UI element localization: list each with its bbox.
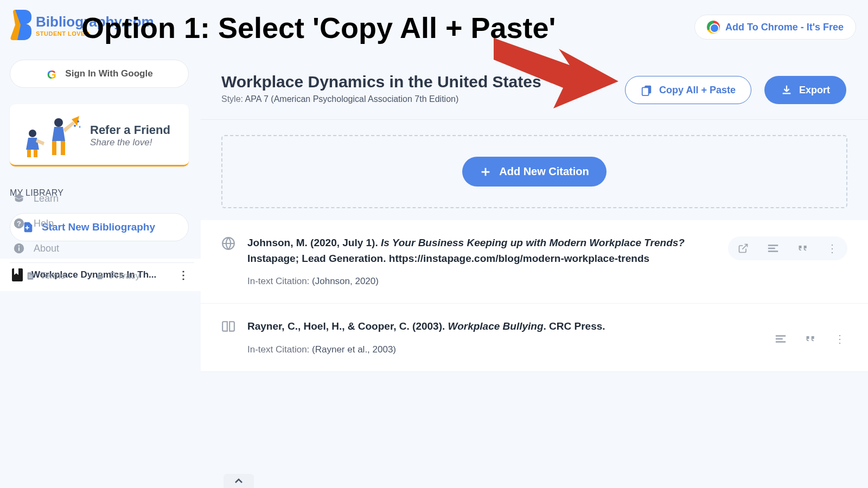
citation-text: Rayner, C., Hoel, H., & Cooper, C. (2003… [247, 319, 761, 335]
citation-actions: ⋮ [728, 236, 847, 260]
nav-help-label: Help [34, 218, 54, 229]
main-content: Workplace Dynamics in the United States … [201, 60, 868, 488]
chevron-up-icon [234, 478, 243, 484]
svg-point-4 [77, 120, 79, 123]
nav-learn[interactable]: Learn [10, 186, 189, 211]
svg-rect-8 [34, 150, 37, 157]
refer-title: Refer a Friend [90, 123, 178, 137]
add-new-citation-button[interactable]: Add New Citation [462, 157, 607, 187]
citation-actions: ⋮ [773, 323, 847, 355]
footer-terms[interactable]: Terms [26, 271, 65, 281]
footer-terms-label: Terms [40, 271, 65, 281]
copy-icon [641, 84, 653, 96]
copy-label: Copy All + Paste [659, 85, 736, 96]
instruction-arrow-icon [494, 38, 618, 111]
more-vert-icon: ⋮ [834, 332, 845, 345]
expand-panel-tab[interactable] [224, 474, 254, 488]
nav-help[interactable]: ? Help [10, 211, 189, 236]
notes-button[interactable] [773, 331, 789, 346]
style-value: APA 7 (American Psychological Associatio… [245, 94, 459, 104]
footer-privacy[interactable]: Privacy [95, 271, 140, 281]
learn-icon [13, 192, 25, 204]
instruction-overlay-text: Option 1: Select 'Copy All + Paste' [81, 11, 556, 44]
chrome-cta-label: Add To Chrome - It's Free [725, 22, 844, 33]
sidebar-footer-links: Terms Privacy [10, 262, 194, 289]
svg-point-6 [29, 130, 36, 137]
svg-point-3 [74, 125, 76, 127]
open-link-button[interactable] [736, 241, 751, 256]
logo-mark-icon [10, 10, 31, 40]
nav-learn-label: Learn [34, 193, 59, 204]
more-button[interactable]: ⋮ [832, 330, 847, 348]
intext-label: In-text Citation: [247, 276, 309, 286]
citation-item: Johnson, M. (2020, July 1). Is Your Busi… [201, 220, 868, 304]
globe-icon [221, 236, 235, 287]
external-link-icon [738, 243, 749, 254]
quote-button[interactable] [803, 331, 818, 346]
refer-subtitle: Share the love! [90, 137, 178, 148]
svg-rect-18 [642, 87, 649, 95]
sidebar: G Sign In With Google Refer a Friend Sha [0, 60, 201, 291]
svg-rect-16 [98, 275, 103, 279]
info-icon [13, 242, 25, 254]
intext-citation: In-text Citation: (Rayner et al., 2003) [247, 344, 761, 355]
chrome-icon [707, 21, 720, 34]
export-button[interactable]: Export [764, 76, 846, 104]
signin-label: Sign In With Google [65, 68, 152, 79]
intext-value: (Rayner et al., 2003) [312, 344, 396, 355]
add-citation-zone: Add New Citation [221, 135, 847, 208]
sign-in-google-button[interactable]: G Sign In With Google [10, 60, 189, 88]
svg-rect-14 [18, 247, 20, 251]
book-icon [221, 320, 235, 355]
lines-icon [767, 243, 779, 254]
quote-button[interactable] [795, 241, 810, 256]
copy-all-paste-button[interactable]: Copy All + Paste [625, 76, 751, 104]
svg-point-0 [54, 118, 63, 127]
citation-item: Rayner, C., Hoel, H., & Cooper, C. (2003… [201, 304, 868, 372]
add-label: Add New Citation [499, 165, 589, 178]
help-icon: ? [13, 217, 25, 229]
download-icon [781, 84, 793, 96]
intext-citation: In-text Citation: (Johnson, 2020) [247, 276, 716, 287]
style-label: Style: [221, 94, 245, 104]
quote-icon [805, 333, 816, 344]
document-icon [26, 271, 35, 281]
export-label: Export [799, 85, 830, 96]
plus-icon [480, 166, 492, 178]
nav-about-label: About [34, 243, 59, 254]
svg-rect-1 [52, 141, 56, 155]
svg-point-10 [18, 194, 20, 196]
google-icon: G [46, 68, 58, 80]
svg-rect-7 [27, 150, 31, 157]
svg-text:?: ? [17, 220, 21, 228]
citation-list: Johnson, M. (2020, July 1). Is Your Busi… [201, 220, 868, 372]
citation-text: Johnson, M. (2020, July 1). Is Your Busi… [247, 235, 716, 266]
more-button[interactable]: ⋮ [825, 240, 840, 257]
svg-point-15 [18, 245, 20, 246]
svg-point-5 [79, 126, 80, 128]
footer-privacy-label: Privacy [110, 271, 140, 281]
add-to-chrome-button[interactable]: Add To Chrome - It's Free [694, 15, 856, 40]
intext-value: (Johnson, 2020) [312, 276, 379, 286]
svg-rect-2 [61, 141, 65, 155]
lines-icon [775, 333, 787, 344]
notes-button[interactable] [765, 241, 781, 256]
lock-icon [95, 271, 104, 281]
refer-illustration-icon [21, 114, 80, 157]
nav-about[interactable]: About [10, 236, 189, 261]
intext-label: In-text Citation: [247, 344, 309, 355]
more-vert-icon: ⋮ [827, 242, 838, 255]
quote-icon [797, 243, 808, 254]
refer-friend-card[interactable]: Refer a Friend Share the love! [10, 104, 189, 166]
sidebar-bottom-nav: Learn ? Help About [10, 186, 189, 261]
